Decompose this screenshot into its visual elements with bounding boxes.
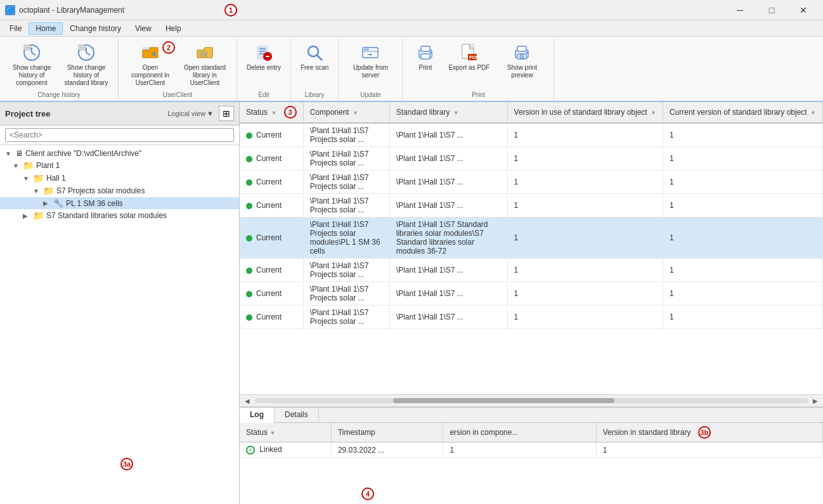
table-row[interactable]: Current \Plant 1\Hall 1\S7 Projects sola…: [240, 306, 823, 329]
tab-details[interactable]: Details: [275, 408, 319, 422]
row6-version-use: 1: [507, 259, 663, 282]
linked-icon: +: [246, 446, 255, 455]
row7-status: Current: [240, 282, 303, 306]
table-row[interactable]: Current \Plant 1\Hall 1\S7 Projects sola…: [240, 147, 823, 171]
col-current-version-sort-icon[interactable]: ▼: [810, 110, 816, 116]
plant1-label: Plant 1: [36, 161, 60, 170]
expand-arrow-pl1sm36: ▶: [43, 200, 51, 207]
row4-std-library: \Plant 1\Hall 1\S7 ...: [389, 194, 507, 217]
export-pdf-button[interactable]: PDF Export as PDF: [444, 39, 494, 75]
update-server-icon: [360, 42, 380, 63]
tab-log[interactable]: Log: [240, 408, 275, 423]
table-row[interactable]: Current \Plant 1\Hall 1\S7 Projects sola…: [240, 282, 823, 306]
row3-component: \Plant 1\Hall 1\S7 Projects solar ...: [303, 171, 389, 194]
restore-button[interactable]: □: [757, 0, 786, 20]
logical-view-dropdown-icon: ▼: [207, 110, 214, 117]
row3-std-library: \Plant 1\Hall 1\S7 ...: [389, 171, 507, 194]
row5-status-text: Current: [256, 233, 282, 242]
horizontal-scrollbar[interactable]: ◀ ▶: [240, 394, 823, 407]
row1-status-dot: [246, 132, 252, 139]
menu-view[interactable]: View: [128, 22, 159, 35]
scroll-track[interactable]: [255, 398, 808, 403]
svg-point-25: [367, 49, 369, 51]
row6-current-version: 1: [663, 259, 822, 282]
menu-help[interactable]: Help: [159, 22, 188, 35]
scroll-left-button[interactable]: ◀: [242, 397, 252, 404]
hall1-folder-icon: 📁: [33, 173, 44, 183]
free-scan-button[interactable]: Free scan: [296, 39, 333, 75]
update-group-label: Update: [360, 90, 380, 98]
menu-changehistory[interactable]: Change history: [63, 22, 128, 35]
ribbon-group-edit: Delete entry Edit: [237, 39, 291, 101]
scroll-thumb[interactable]: [393, 398, 614, 403]
open-standard-library-button[interactable]: Open standard library in UserClient: [178, 39, 231, 90]
tree-item-pl1sm36[interactable]: ▶ 🔧 PL 1 SM 36 cells: [0, 197, 239, 209]
bottom-table-body: + Linked 29.03.2022 ... 1 1: [240, 443, 823, 458]
main-area: Project tree Logical view ▼ ⊞ ▼ 🖥 Client…: [0, 102, 823, 504]
tree-item-plant1[interactable]: ▼ 📁 Plant 1: [0, 159, 239, 172]
update-from-server-button[interactable]: Update from server: [344, 39, 397, 82]
row2-version-use: 1: [507, 147, 663, 171]
print-button[interactable]: Print: [408, 39, 443, 75]
main-table-body: Current \Plant 1\Hall 1\S7 Projects sola…: [240, 123, 823, 329]
archive-icon: 🖥: [15, 149, 23, 158]
row4-version-use: 1: [507, 194, 663, 217]
search-input[interactable]: [5, 128, 234, 142]
tree-item-hall1[interactable]: ▼ 📁 Hall 1: [0, 172, 239, 184]
menu-file[interactable]: File: [3, 22, 29, 35]
col-header-current-version[interactable]: Current version of standard library obje…: [663, 102, 822, 123]
col-component-sort-icon[interactable]: ▼: [353, 110, 358, 116]
bottom-row1-status-text: Linked: [259, 445, 282, 454]
col-status-sort-icon[interactable]: ▼: [271, 110, 276, 116]
open-component-button[interactable]: 2 Open component in UserClient: [124, 39, 177, 90]
row3-status-text: Current: [256, 178, 282, 186]
col-header-standard-library[interactable]: Standard library ▼: [389, 102, 507, 123]
col-std-sort-icon[interactable]: ▼: [453, 110, 459, 116]
col-version-use-sort-icon[interactable]: ▼: [651, 110, 656, 116]
logical-view-button[interactable]: Logical view ▼: [165, 108, 216, 119]
ribbon-group-print: Print PDF Export as PDF: [403, 39, 554, 101]
svg-rect-3: [24, 45, 30, 50]
minimize-button[interactable]: ─: [725, 0, 755, 20]
row2-component: \Plant 1\Hall 1\S7 Projects solar ...: [303, 147, 389, 171]
col-header-version-in-use[interactable]: Version in use of standard library objec…: [507, 102, 663, 123]
table-row[interactable]: Current \Plant 1\Hall 1\S7 Projects sola…: [240, 123, 823, 147]
expand-arrow-s7projects: ▼: [33, 188, 41, 195]
row4-component: \Plant 1\Hall 1\S7 Projects solar ...: [303, 194, 389, 217]
row5-status: Current: [240, 217, 303, 259]
scroll-right-button[interactable]: ▶: [810, 397, 820, 404]
bottom-col-version-std: Version in standard library 3b: [596, 423, 822, 443]
svg-rect-29: [421, 54, 430, 59]
bottom-table-row[interactable]: + Linked 29.03.2022 ... 1 1: [240, 443, 823, 458]
bottom-status-label: Status: [246, 428, 268, 437]
tree-item-s7standard[interactable]: ▶ 📁 S7 Standard libraries solar modules: [0, 209, 239, 222]
table-row[interactable]: Current \Plant 1\Hall 1\S7 Projects sola…: [240, 259, 823, 282]
row2-current-version: 1: [663, 147, 822, 171]
open-standard-library-label: Open standard library in UserClient: [183, 64, 227, 87]
table-row[interactable]: Current \Plant 1\Hall 1\S7 Projects sola…: [240, 194, 823, 217]
col-status-label: Status: [246, 108, 268, 117]
show-print-preview-button[interactable]: Show print preview: [495, 39, 548, 82]
show-change-history-component-button[interactable]: Show change history of component: [5, 39, 58, 90]
main-data-table: Status ▼ 3 Component ▼ Standard library …: [240, 102, 823, 329]
delete-entry-button[interactable]: Delete entry: [242, 39, 285, 75]
close-button[interactable]: ✕: [789, 0, 818, 20]
col-header-status[interactable]: Status ▼ 3: [240, 102, 303, 123]
menu-home[interactable]: Home: [29, 22, 63, 35]
open-component-label: Open component in UserClient: [128, 64, 172, 87]
tree-item-archive[interactable]: ▼ 🖥 Client archive "D:\vdClientArchive": [0, 148, 239, 159]
row8-status-text: Current: [256, 313, 282, 321]
tree-item-s7projects[interactable]: ▼ 📁 S7 Projects solar modules: [0, 184, 239, 197]
free-scan-icon: [304, 42, 325, 63]
grid-view-button[interactable]: ⊞: [219, 106, 234, 121]
table-row[interactable]: Current \Plant 1\Hall 1\S7 Projects sola…: [240, 171, 823, 194]
show-change-history-library-button[interactable]: Show change history of standard library: [60, 39, 113, 90]
row7-component: \Plant 1\Hall 1\S7 Projects solar ...: [303, 282, 389, 306]
callout-3b-badge: 3b: [698, 426, 711, 439]
print-preview-icon: [512, 42, 532, 63]
table-row-selected[interactable]: Current \Plant 1\Hall 1\S7 Projects sola…: [240, 217, 823, 259]
row2-std-library: \Plant 1\Hall 1\S7 ...: [389, 147, 507, 171]
row5-version-use: 1: [507, 217, 663, 259]
col-header-component[interactable]: Component ▼: [303, 102, 389, 123]
col-std-library-label: Standard library: [396, 108, 450, 117]
